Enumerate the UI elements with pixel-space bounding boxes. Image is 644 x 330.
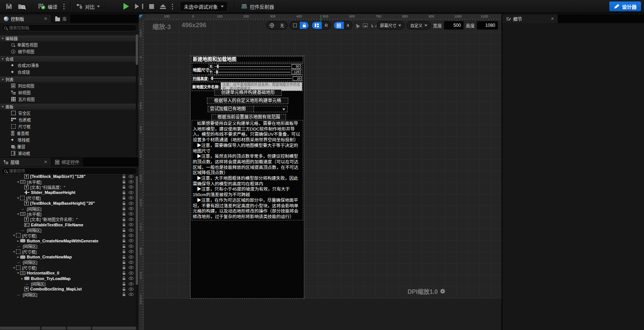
unlock-icon[interactable] <box>122 265 126 270</box>
respect-locks-toggle[interactable]: R <box>322 22 331 29</box>
hierarchy-scrollbar[interactable] <box>136 176 138 325</box>
unlock-icon[interactable] <box>122 191 126 195</box>
close-icon[interactable]: ✕ <box>40 160 47 164</box>
expander-open-icon[interactable]: ▾ <box>16 271 20 275</box>
unlock-icon[interactable] <box>122 249 126 254</box>
expander-open-icon[interactable]: ▾ <box>12 233 16 237</box>
unlock-icon[interactable] <box>122 276 126 280</box>
hierarchy-row[interactable]: ↔[间隔区] <box>0 281 139 286</box>
localization-toggle[interactable]: 无 <box>266 21 288 29</box>
unlock-icon[interactable] <box>122 233 126 238</box>
visibility-eye-icon[interactable] <box>129 185 133 189</box>
visibility-eye-icon[interactable] <box>129 223 133 226</box>
map-size-group[interactable]: 地图尺寸: X: 50 Y: 128 <box>192 63 303 75</box>
visibility-eye-icon[interactable] <box>129 271 133 275</box>
hierarchy-row[interactable]: ↔[间隔区] <box>0 243 139 249</box>
hierarchy-row[interactable]: ▸Button_TryLoadMap <box>0 276 139 281</box>
map-size-y-slider[interactable]: Y: 128 <box>208 69 302 75</box>
unlock-icon[interactable] <box>122 180 126 184</box>
visibility-eye-icon[interactable] <box>129 239 133 242</box>
hierarchy-row[interactable]: T[文本] "扫描高度：" <box>0 185 139 190</box>
unlock-icon[interactable] <box>122 175 126 179</box>
tab-hierarchy[interactable]: 层级 ✕ <box>0 158 51 166</box>
unlock-icon[interactable] <box>122 207 126 211</box>
visibility-eye-icon[interactable] <box>129 277 133 280</box>
expander-open-icon[interactable]: ▾ <box>16 180 20 184</box>
palette-item[interactable]: 树视图 <box>0 89 139 96</box>
palette-item[interactable]: 单属性视图 <box>0 41 139 48</box>
palette-item[interactable]: i细节视图 <box>0 48 139 55</box>
hierarchy-row[interactable]: ↔[间隔区] <box>0 292 139 297</box>
palette-section-header[interactable]: ▾编辑器 <box>0 35 139 41</box>
unlock-icon[interactable] <box>122 282 126 286</box>
lock-toggle[interactable] <box>300 22 309 29</box>
width-input[interactable] <box>444 21 464 29</box>
visibility-eye-icon[interactable] <box>129 266 133 269</box>
hierarchy-row[interactable]: ↔[间隔区] <box>0 227 139 233</box>
hierarchy-row[interactable]: ▾[水平框] <box>0 211 139 217</box>
unlock-icon[interactable] <box>122 239 126 243</box>
expander-closed-icon[interactable]: ▸ <box>16 239 20 243</box>
visibility-eye-icon[interactable] <box>129 234 133 237</box>
expander-open-icon[interactable]: ▾ <box>16 196 20 200</box>
widget-preview-root[interactable]: 新建地图和加载地图 地图尺寸: X: 50 Y: 128 扫描高度: 20 <box>190 56 304 299</box>
visibility-eye-icon[interactable] <box>129 218 133 221</box>
height-input[interactable] <box>477 21 498 29</box>
hierarchy-row[interactable]: ▾[尺寸框] <box>0 265 139 270</box>
palette-item[interactable]: 瓦片视图 <box>0 96 139 103</box>
hierarchy-horizontal-scrollbar[interactable] <box>0 326 139 330</box>
dashed-outline-toggle[interactable] <box>290 22 300 29</box>
compile-button[interactable]: 编译 <box>35 1 60 12</box>
notes-text-block[interactable]: 如果想要使用自定义构建单元格，需要在地形面板导入地形模型，建议使用第三方DDC软… <box>192 120 303 220</box>
hierarchy-scrollbar-thumb[interactable] <box>136 176 138 285</box>
play-options-kebab-icon[interactable] <box>172 6 173 7</box>
expander-closed-icon[interactable]: ▸ <box>20 277 24 280</box>
designer-mode-button[interactable]: 设计器 <box>609 1 641 11</box>
unlock-icon[interactable] <box>122 212 126 216</box>
debug-object-dropdown[interactable]: 未选中调试对象 <box>180 1 228 12</box>
unlock-icon[interactable] <box>122 271 126 275</box>
hierarchy-row[interactable]: ↔[间隔区] <box>0 206 139 211</box>
palette-search-input[interactable] <box>9 26 135 30</box>
palette-item[interactable]: 尺寸框 <box>0 123 139 130</box>
hierarchy-row[interactable]: ▾[水平框] <box>0 179 139 184</box>
palette-item[interactable]: ◆堆栈框 <box>0 136 139 143</box>
visibility-eye-icon[interactable] <box>129 245 133 248</box>
flip-preview-button[interactable] <box>371 24 374 27</box>
hierarchy-row[interactable]: ▾HorizontalBox_0 <box>0 270 139 276</box>
stop-button[interactable] <box>146 3 157 10</box>
hierarchy-row[interactable]: Slider_MapBaseHeight <box>0 190 139 195</box>
canvas-grid[interactable]: 缩放-3 496x296 无 R 4 屏幕尺寸 <box>144 21 502 330</box>
expander-open-icon[interactable]: ▾ <box>12 266 16 270</box>
visibility-eye-icon[interactable] <box>129 287 133 291</box>
slider-thumb[interactable] <box>217 65 219 68</box>
create-cells-button[interactable]: 创建单元格并构建基础地形 <box>214 89 282 96</box>
visibility-eye-icon[interactable] <box>129 250 133 253</box>
visibility-eye-icon[interactable] <box>129 255 133 259</box>
hierarchy-row[interactable]: ▾[尺寸框] <box>0 233 139 238</box>
compile-options-kebab-icon[interactable] <box>63 6 65 7</box>
hierarchy-row[interactable]: ▾[尺寸框] <box>0 195 139 201</box>
grid-snap-toggle[interactable] <box>334 22 344 29</box>
palette-item[interactable]: 覆层 <box>0 143 139 150</box>
hierarchy-row[interactable]: ▸Button_CreateNewMap <box>0 254 139 260</box>
hierarchy-row[interactable]: T[TextBlock_MapBaseHeight] "20" <box>0 201 139 206</box>
unlock-icon[interactable] <box>122 244 126 248</box>
close-icon[interactable]: ✕ <box>547 16 554 21</box>
tab-library[interactable]: 库 <box>51 15 71 23</box>
visibility-eye-icon[interactable] <box>129 293 133 296</box>
try-load-map-button[interactable]: 尝试加载已有地图 <box>208 106 254 112</box>
eject-button[interactable] <box>157 3 169 10</box>
profile-dropdown[interactable]: 自定义 <box>407 21 431 29</box>
palette-item[interactable]: 包裹框 <box>0 116 139 123</box>
unlock-icon[interactable] <box>122 260 126 264</box>
unlock-icon[interactable] <box>122 223 126 227</box>
visibility-eye-icon[interactable] <box>129 180 133 183</box>
visibility-eye-icon[interactable] <box>129 282 133 286</box>
tab-bind-widgets[interactable]: 绑定控件 <box>51 158 84 166</box>
unlock-icon[interactable] <box>122 196 126 200</box>
layout-mode-toggle[interactable] <box>312 22 322 29</box>
palette-item[interactable]: ◆合成2D滑条 <box>0 62 139 69</box>
unlock-icon[interactable] <box>122 292 126 296</box>
visibility-eye-icon[interactable] <box>129 229 133 232</box>
